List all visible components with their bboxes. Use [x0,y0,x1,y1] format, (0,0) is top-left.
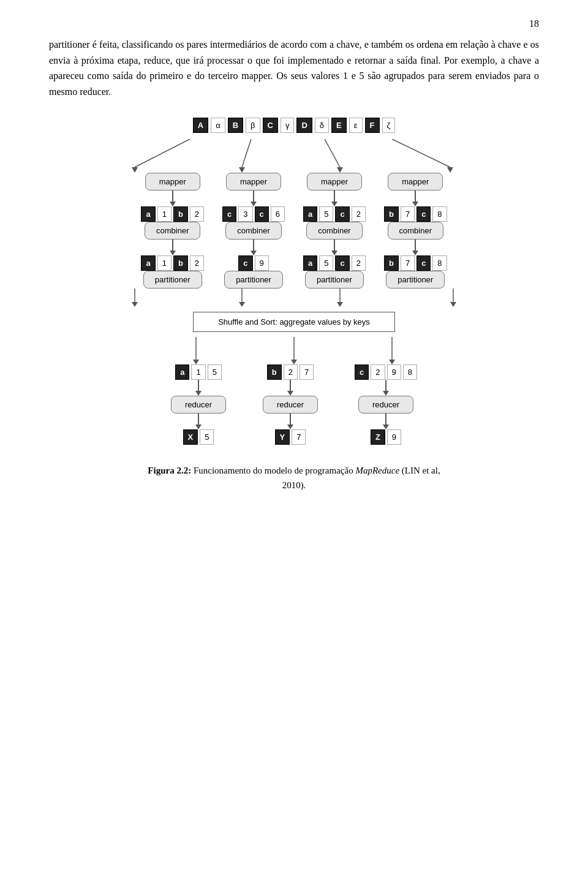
c1-k2: b [173,255,188,271]
c4-v2: 8 [432,255,447,271]
input-val-alpha: α [211,118,225,133]
r1-k: a [175,364,189,380]
caption-italic: MapReduce [355,466,399,475]
arrow-mapper3-out [331,191,337,206]
r3-k: c [355,364,369,380]
r2-k: b [267,364,282,380]
svg-marker-20 [291,360,297,364]
mapper-4: mapper [388,173,443,191]
svg-marker-21 [389,360,395,364]
c3-v2: 2 [352,255,366,271]
mapper-column-1: mapper a 1 b 2 combiner a 1 b [141,173,204,289]
input-val-gamma: γ [281,118,295,133]
combiner2-output: c 9 [238,255,268,271]
reducer-3: reducer [358,396,413,413]
mapper3-output: a 5 c 2 [303,206,366,222]
partitioner-4: partitioner [386,271,445,289]
c4-k2: c [417,255,431,271]
svg-marker-5 [337,167,343,173]
c3-v1: 5 [319,255,333,271]
m2-k2: c [255,206,269,222]
figure-caption: Figura 2.2: Funcionamento do modelo de p… [49,463,539,493]
caption-rest: (LIN et al, [399,466,440,475]
r1-v1: 1 [191,364,205,380]
shuffle-to-reducer-arrows [116,337,472,364]
svg-line-2 [242,139,251,167]
svg-marker-3 [239,167,245,173]
reducer1-input: a 1 5 [175,364,222,380]
c3-k1: a [303,255,317,271]
combiner-2: combiner [225,222,281,240]
reducer-1: reducer [171,396,226,413]
partitioner-2: partitioner [224,271,283,289]
m4-v1: 7 [401,206,415,222]
r3-v3: 8 [403,364,417,380]
arrow-from-reducer1 [195,413,202,429]
m1-v1: 1 [157,206,172,222]
combiner-1: combiner [145,222,200,240]
mapper1-output: a 1 b 2 [141,206,204,222]
combiner4-output: b 7 c 8 [384,255,447,271]
combiner-4: combiner [388,222,443,240]
m2-k1: c [222,206,236,222]
c4-k1: b [384,255,399,271]
r2-out-k: Y [275,429,290,445]
arrow-combiner1-out [170,240,176,255]
c1-k1: a [141,255,155,271]
caption-line2: 2010). [282,480,306,490]
reducer2-input: b 2 7 [267,364,314,380]
input-key-F: F [365,118,380,133]
mapper-2: mapper [226,173,281,191]
partitioner-3: partitioner [305,271,364,289]
reducer3-output: Z 9 [371,429,401,445]
c1-v1: 1 [157,255,172,271]
reducer-column-3: c 2 9 8 reducer Z 9 [355,364,417,445]
shuffle-sort-box: Shuffle and Sort: aggregate values by ke… [193,312,395,332]
page: 18 partitioner é feita, classificando os… [0,0,588,529]
input-key-C: C [263,118,278,133]
page-number: 18 [529,18,539,29]
m2-v2: 6 [271,206,285,222]
input-row: A α B β C γ D δ E ε F ζ [193,118,395,133]
svg-marker-19 [193,360,199,364]
m1-k1: a [141,206,155,222]
partitioner-1: partitioner [143,271,202,289]
c1-v2: 2 [190,255,204,271]
r2-out-v: 7 [292,429,306,445]
input-val-zeta: ζ [382,118,396,133]
mappers-section: mapper a 1 b 2 combiner a 1 b [49,173,539,289]
c3-k2: c [335,255,349,271]
svg-marker-15 [450,302,456,307]
arrow-from-reducer3 [383,413,389,429]
arrow-from-reducer2 [287,413,293,429]
mapper4-output: b 7 c 8 [384,206,447,222]
r3-v2: 9 [387,364,401,380]
svg-marker-1 [132,167,138,173]
combiner-3: combiner [306,222,362,240]
svg-line-6 [392,139,450,167]
m4-k1: b [384,206,399,222]
input-key-E: E [331,118,347,133]
svg-marker-14 [337,302,343,307]
m2-v1: 3 [238,206,252,222]
reducer3-input: c 2 9 8 [355,364,417,380]
r1-out-v: 5 [200,429,214,445]
body-text: partitioner é feita, classificando os pa… [49,37,539,99]
r3-out-v: 9 [387,429,401,445]
diagram: A α B β C γ D δ E ε F ζ [49,118,539,445]
mapper-column-3: mapper a 5 c 2 combiner a 5 c [303,173,366,289]
input-key-A: A [193,118,208,133]
input-val-delta: δ [315,118,329,133]
combiner3-output: a 5 c 2 [303,255,366,271]
caption-text: Funcionamento do modelo de programação [191,466,355,475]
reducer-column-2: b 2 7 reducer Y 7 [263,364,318,445]
svg-line-4 [325,139,340,167]
arrow-mapper4-out [412,191,418,206]
r2-v1: 2 [284,364,298,380]
svg-line-0 [135,139,190,167]
r3-v1: 2 [371,364,385,380]
svg-marker-12 [132,302,138,307]
mapper2-output: c 3 c 6 [222,206,285,222]
arrow-mapper2-out [251,191,257,206]
m3-v1: 5 [319,206,333,222]
